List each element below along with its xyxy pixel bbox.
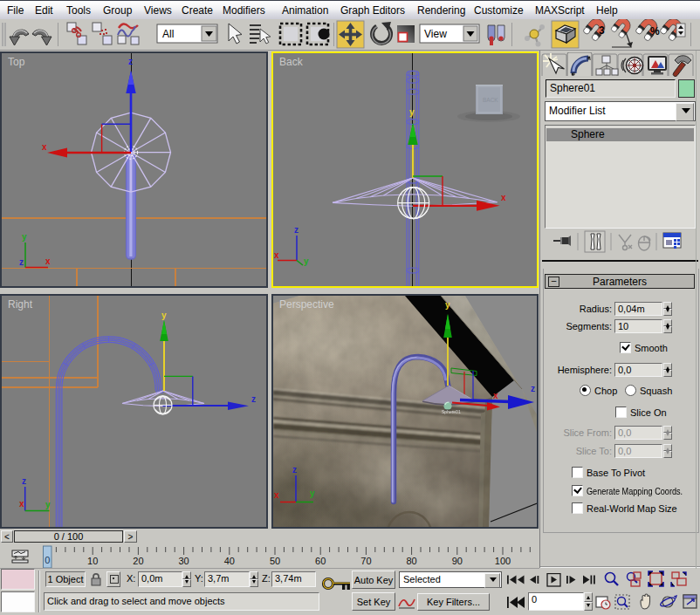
svg-text:z: z: [22, 476, 26, 486]
svg-text:x: x: [45, 256, 51, 266]
svg-text:All: All: [162, 28, 174, 40]
svg-text:BACK: BACK: [483, 97, 498, 103]
svg-text:y: y: [445, 300, 450, 310]
svg-text:60: 60: [315, 556, 326, 566]
svg-text:z: z: [251, 394, 256, 404]
svg-text:x: x: [274, 490, 279, 500]
svg-text:x: x: [501, 193, 506, 202]
svg-text:10: 10: [87, 556, 98, 566]
svg-text:90: 90: [452, 556, 463, 566]
svg-text:100: 100: [495, 556, 511, 566]
svg-text:y: y: [161, 311, 167, 320]
svg-text:50: 50: [270, 556, 280, 566]
svg-text:0: 0: [45, 555, 50, 565]
svg-text:z: z: [292, 465, 297, 475]
svg-text:3: 3: [599, 24, 605, 37]
svg-text:70: 70: [360, 556, 371, 566]
svg-text:%: %: [650, 25, 660, 38]
svg-text:x: x: [493, 391, 498, 400]
svg-text:z: z: [19, 257, 24, 267]
svg-text:y: y: [310, 489, 315, 498]
svg-text:View: View: [424, 28, 447, 40]
svg-text:80: 80: [406, 556, 416, 566]
svg-text:y: y: [22, 232, 27, 242]
svg-text:y: y: [409, 107, 415, 117]
svg-text:z: z: [128, 57, 133, 66]
svg-text:z: z: [531, 384, 535, 393]
svg-text:x: x: [274, 250, 279, 260]
svg-text:z: z: [294, 225, 299, 235]
svg-text:x: x: [19, 499, 24, 509]
svg-text:20: 20: [133, 556, 143, 566]
svg-text:30: 30: [178, 556, 189, 566]
svg-text:Sphere01: Sphere01: [442, 409, 461, 414]
svg-text:y: y: [304, 256, 309, 266]
svg-text:y: y: [45, 500, 51, 509]
svg-text:x: x: [42, 142, 47, 152]
svg-text:40: 40: [224, 556, 235, 566]
